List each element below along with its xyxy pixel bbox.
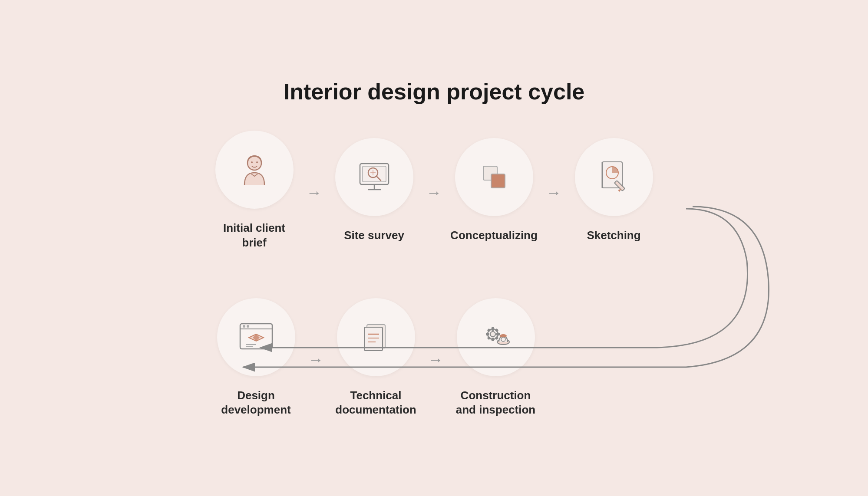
page-title: Interior design project cycle xyxy=(87,79,782,105)
icon-person xyxy=(235,150,274,189)
svg-point-21 xyxy=(243,325,245,328)
icon-site-survey xyxy=(355,158,394,197)
circle-site-survey xyxy=(335,138,413,216)
step-technical-documentation: Technicaldocumentation xyxy=(328,298,424,418)
step-design-development: Designdevelopment xyxy=(208,298,304,418)
circle-initial-client-brief xyxy=(215,131,294,209)
svg-rect-33 xyxy=(492,338,494,341)
circle-sketching xyxy=(575,138,653,216)
step-construction-inspection: Constructionand inspection xyxy=(448,298,544,418)
svg-rect-39 xyxy=(495,336,498,339)
svg-point-3 xyxy=(256,161,258,163)
circle-construction-inspection xyxy=(457,298,535,376)
arrow-3: → xyxy=(546,158,562,223)
svg-rect-13 xyxy=(491,174,505,188)
svg-point-22 xyxy=(247,325,249,328)
svg-rect-34 xyxy=(486,333,489,335)
arrow-2: → xyxy=(426,158,442,223)
svg-rect-37 xyxy=(495,328,498,332)
step-initial-client-brief: Initial clientbrief xyxy=(207,131,302,250)
label-construction-inspection: Constructionand inspection xyxy=(456,388,535,418)
label-technical-documentation: Technicaldocumentation xyxy=(335,388,416,418)
diagram-container: Interior design project cycle xyxy=(87,79,782,417)
label-sketching: Sketching xyxy=(587,228,640,243)
label-design-development: Designdevelopment xyxy=(221,388,290,418)
label-initial-client-brief: Initial clientbrief xyxy=(223,221,285,250)
icon-conceptualizing xyxy=(475,158,514,197)
svg-rect-36 xyxy=(487,328,490,332)
svg-rect-32 xyxy=(492,327,494,331)
svg-marker-18 xyxy=(618,189,621,192)
label-conceptualizing: Conceptualizing xyxy=(450,228,538,243)
icon-technical-documentation xyxy=(356,318,396,357)
row-2: Designdevelopment → xyxy=(87,298,782,418)
circle-technical-documentation xyxy=(337,298,415,376)
svg-rect-38 xyxy=(487,336,490,339)
arrow-5: → xyxy=(428,325,444,391)
icon-construction-inspection xyxy=(476,318,515,357)
svg-rect-35 xyxy=(496,333,500,335)
step-site-survey: Site survey xyxy=(327,138,422,243)
arrow-1: → xyxy=(307,158,322,223)
circle-design-development xyxy=(217,298,295,376)
step-sketching: Sketching xyxy=(566,138,662,243)
icon-design-development xyxy=(237,318,276,357)
circle-conceptualizing xyxy=(455,138,533,216)
icon-sketching xyxy=(594,158,634,197)
svg-point-31 xyxy=(490,332,495,337)
label-site-survey: Site survey xyxy=(344,228,404,243)
svg-point-1 xyxy=(248,156,261,170)
svg-point-2 xyxy=(251,161,253,163)
svg-point-42 xyxy=(501,337,505,342)
row-1: Initial clientbrief → xyxy=(87,131,782,250)
step-conceptualizing: Conceptualizing xyxy=(446,138,542,243)
rows-container: Initial clientbrief → xyxy=(87,131,782,417)
svg-rect-26 xyxy=(364,327,383,351)
arrow-4: → xyxy=(308,325,324,391)
